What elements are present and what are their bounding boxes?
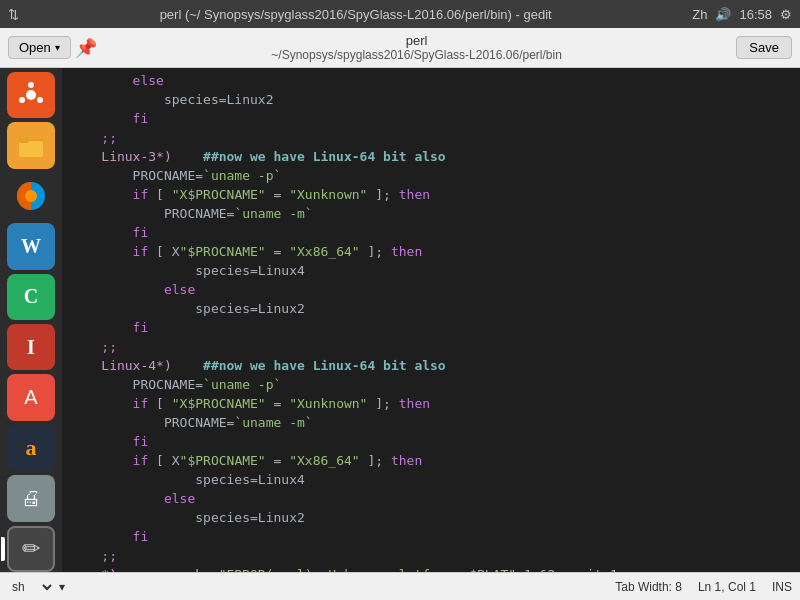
code-line: species=Linux2	[62, 91, 800, 110]
svg-point-4	[19, 97, 25, 103]
pin-icon[interactable]: 📌	[75, 37, 97, 59]
shell-selector[interactable]: sh bash	[8, 579, 55, 595]
code-line: else	[62, 490, 800, 509]
code-line: PROCNAME=`uname -p`	[62, 167, 800, 186]
code-line: species=Linux2	[62, 300, 800, 319]
save-button[interactable]: Save	[736, 36, 792, 59]
svg-point-3	[37, 97, 43, 103]
code-line: if [ "X$PROCNAME" = "Xunknown" ]; then	[62, 395, 800, 414]
code-line: else	[62, 72, 800, 91]
main-area: W C I A a 🖨 ✏ else species=Linux2 fi ;; …	[0, 68, 800, 572]
statusbar-right: Tab Width: 8 Ln 1, Col 1 INS	[615, 580, 792, 594]
tab-title: perl	[97, 33, 737, 48]
sidebar-item-ubuntu[interactable]	[7, 72, 55, 118]
fi-line: fi	[62, 528, 800, 547]
code-line: PROCNAME=`uname -m`	[62, 414, 800, 433]
sidebar-item-impress[interactable]: I	[7, 324, 55, 370]
code-line: Linux-4*) ##now we have Linux-64 bit als…	[62, 357, 800, 376]
time-label: 16:58	[739, 7, 772, 22]
code-line: species=Linux4	[62, 262, 800, 281]
code-line: species=Linux4	[62, 471, 800, 490]
volume-icon: 🔊	[715, 7, 731, 22]
settings-icon[interactable]: ⚙	[780, 7, 792, 22]
sidebar: W C I A a 🖨 ✏	[0, 68, 62, 572]
open-arrow: ▾	[55, 42, 60, 53]
toolbar-left: Open ▾ 📌	[8, 36, 97, 59]
code-line: ;;	[62, 129, 800, 148]
code-line: species=Linux2	[62, 509, 800, 528]
tab-width-label: Tab Width: 8	[615, 580, 682, 594]
code-line: *) echo "ERROR(perl): Unknown platform: …	[62, 566, 800, 572]
code-line: ;;	[62, 338, 800, 357]
open-button[interactable]: Open ▾	[8, 36, 71, 59]
svg-point-9	[25, 190, 37, 202]
zh-label: Zh	[692, 7, 707, 22]
sidebar-item-text-editor[interactable]: ✏	[7, 526, 55, 572]
titlebar: ⇅ perl (~/ Synopsys/spyglass2016/SpyGlas…	[0, 0, 800, 28]
code-line: Linux-3*) ##now we have Linux-64 bit als…	[62, 148, 800, 167]
code-line: if [ X"$PROCNAME" = "Xx86_64" ]; then	[62, 452, 800, 471]
code-line: if [ X"$PROCNAME" = "Xx86_64" ]; then	[62, 243, 800, 262]
toolbar: Open ▾ 📌 perl ~/Synopsys/spyglass2016/Sp…	[0, 28, 800, 68]
open-label: Open	[19, 40, 51, 55]
sidebar-item-calc[interactable]: C	[7, 274, 55, 320]
toolbar-path: perl ~/Synopsys/spyglass2016/SpyGlass-L2…	[97, 33, 737, 62]
titlebar-right-controls: Zh 🔊 16:58 ⚙	[692, 7, 792, 22]
sidebar-item-software[interactable]: A	[7, 374, 55, 420]
statusbar: sh bash ▾ Tab Width: 8 Ln 1, Col 1 INS	[0, 572, 800, 600]
code-line: else	[62, 281, 800, 300]
sidebar-item-firefox[interactable]	[7, 173, 55, 219]
position-label: Ln 1, Col 1	[698, 580, 756, 594]
code-line: fi	[62, 224, 800, 243]
statusbar-left: sh bash ▾	[8, 579, 65, 595]
code-line: PROCNAME=`uname -p`	[62, 376, 800, 395]
code-line: fi	[62, 319, 800, 338]
sidebar-item-amazon[interactable]: a	[7, 425, 55, 471]
sidebar-item-writer[interactable]: W	[7, 223, 55, 269]
shell-arrow: ▾	[59, 580, 65, 594]
ins-label: INS	[772, 580, 792, 594]
file-path: ~/Synopsys/spyglass2016/SpyGlass-L2016.0…	[271, 48, 562, 62]
sort-icon: ⇅	[8, 7, 19, 22]
code-line: fi	[62, 433, 800, 452]
window-title: perl (~/ Synopsys/spyglass2016/SpyGlass-…	[19, 7, 692, 22]
svg-rect-6	[19, 141, 43, 157]
code-line: ;;	[62, 547, 800, 566]
sidebar-item-files[interactable]	[7, 122, 55, 168]
sidebar-item-printer[interactable]: 🖨	[7, 475, 55, 521]
code-line: if [ "X$PROCNAME" = "Xunknown" ]; then	[62, 186, 800, 205]
svg-rect-7	[19, 137, 29, 143]
titlebar-left-controls: ⇅	[8, 7, 19, 22]
code-editor[interactable]: else species=Linux2 fi ;; Linux-3*) ##no…	[62, 68, 800, 572]
code-line: PROCNAME=`uname -m`	[62, 205, 800, 224]
svg-point-2	[28, 82, 34, 88]
svg-point-1	[26, 90, 36, 100]
code-line: fi	[62, 110, 800, 129]
